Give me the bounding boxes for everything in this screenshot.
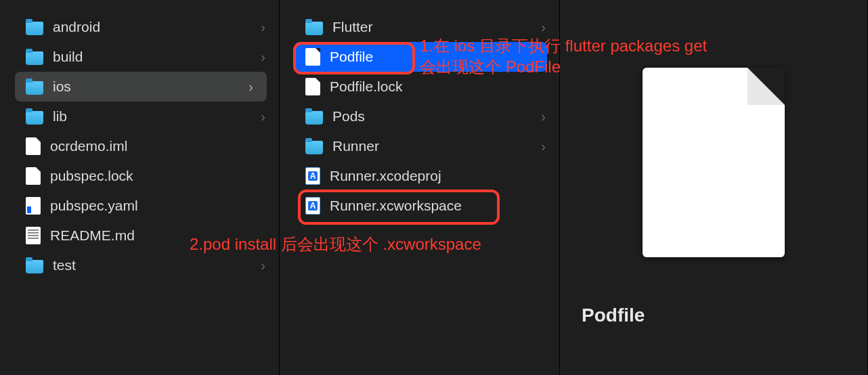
chevron-right-icon: › <box>261 49 265 65</box>
chevron-right-icon: › <box>541 139 546 154</box>
row-runner-xcworkspace[interactable]: Runner.xcworkspace <box>280 191 559 221</box>
file-label: Pods <box>332 108 541 125</box>
file-label: pubspec.lock <box>50 168 265 184</box>
folder-icon <box>305 111 323 125</box>
file-label: ocrdemo.iml <box>50 138 265 154</box>
preview-pane: Podfile <box>560 0 868 375</box>
file-icon <box>26 137 41 155</box>
row-pubspec-lock[interactable]: pubspec.lock <box>0 161 279 191</box>
row-runner[interactable]: Runner › <box>280 131 559 161</box>
row-runner-xcodeproj[interactable]: Runner.xcodeproj <box>280 161 559 191</box>
xcode-workspace-icon <box>305 197 320 215</box>
file-label: build <box>53 49 261 65</box>
row-pods[interactable]: Pods › <box>280 102 559 131</box>
file-icon <box>26 167 41 185</box>
file-label: Runner <box>332 138 541 154</box>
file-label: android <box>53 19 261 35</box>
chevron-right-icon: › <box>261 20 265 35</box>
chevron-right-icon: › <box>248 79 253 95</box>
markdown-file-icon <box>26 227 41 244</box>
row-flutter[interactable]: Flutter › <box>280 12 559 42</box>
folder-icon <box>26 22 43 35</box>
row-podfile-lock[interactable]: Podfile.lock <box>280 72 559 102</box>
page-fold-icon <box>747 68 785 105</box>
row-pubspec-yaml[interactable]: pubspec.yaml <box>0 191 279 221</box>
folder-icon <box>26 111 43 125</box>
preview-file-icon <box>643 68 785 257</box>
row-ocrdemo-iml[interactable]: ocrdemo.iml <box>0 131 279 161</box>
folder-icon <box>305 22 323 35</box>
folder-icon <box>26 51 43 65</box>
row-readme-md[interactable]: README.md <box>0 221 279 250</box>
row-lib[interactable]: lib › <box>0 102 279 131</box>
row-ios[interactable]: ios › <box>15 72 267 102</box>
folder-icon <box>305 141 323 154</box>
chevron-right-icon: › <box>261 109 265 125</box>
file-icon <box>305 78 320 95</box>
file-label: lib <box>53 108 261 125</box>
chevron-right-icon: › <box>541 20 546 35</box>
column-project-root: android › build › ios › lib › ocrdemo.im… <box>0 0 280 375</box>
file-label: Podfile.lock <box>330 79 546 95</box>
file-label: Podfile <box>330 49 534 65</box>
file-label: Runner.xcworkspace <box>330 198 546 214</box>
folder-icon <box>26 81 43 95</box>
row-android[interactable]: android › <box>0 12 279 42</box>
row-build[interactable]: build › <box>0 42 279 72</box>
file-label: pubspec.yaml <box>50 198 265 214</box>
row-test[interactable]: test › <box>0 250 279 280</box>
yaml-file-icon <box>26 197 41 215</box>
row-podfile[interactable]: Podfile <box>295 42 547 72</box>
file-label: ios <box>53 79 248 95</box>
file-label: README.md <box>50 227 265 244</box>
file-label: test <box>53 257 261 273</box>
file-label: Runner.xcodeproj <box>330 168 546 184</box>
xcode-project-icon <box>305 167 320 185</box>
preview-filename: Podfile <box>560 305 645 326</box>
file-icon <box>305 48 320 66</box>
finder-columns: android › build › ios › lib › ocrdemo.im… <box>0 0 868 375</box>
chevron-right-icon: › <box>541 109 546 125</box>
chevron-right-icon: › <box>261 258 265 273</box>
folder-icon <box>26 260 43 273</box>
file-label: Flutter <box>332 19 541 35</box>
column-ios: Flutter › Podfile Podfile.lock Pods › Ru… <box>280 0 560 375</box>
